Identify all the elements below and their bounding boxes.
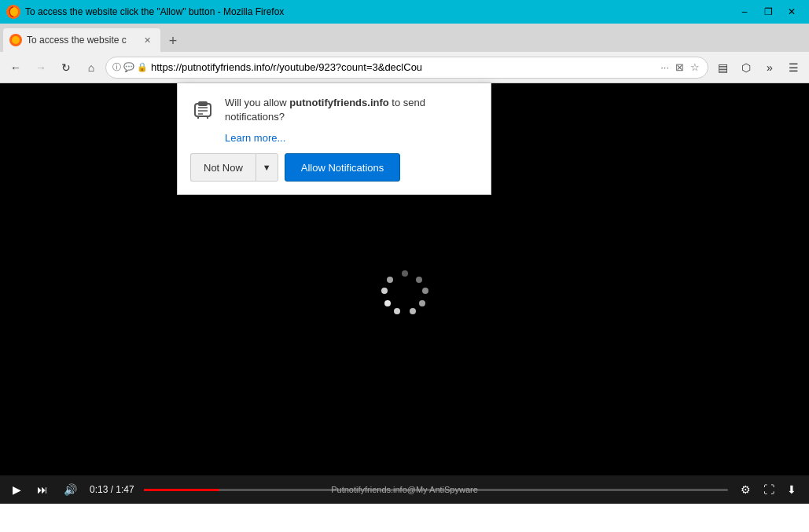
bookmark-button[interactable]: ☆	[689, 60, 701, 75]
spinner-dots	[381, 270, 428, 317]
content-area: Will you allow putnotifyfriends.info to …	[0, 83, 809, 504]
not-now-button[interactable]: Not Now	[190, 153, 256, 182]
tabbar: To access the website c ✕ +	[0, 24, 809, 52]
minimize-button[interactable]: –	[734, 3, 756, 20]
back-button[interactable]: ←	[5, 57, 27, 79]
navbar: ← → ↻ ⌂ ⓘ 💬 🔒 ··· ⊠ ☆ ▤ ⬡ » ☰	[0, 52, 809, 83]
video-play-button[interactable]: ▶	[9, 480, 24, 499]
active-tab[interactable]: To access the website c ✕	[3, 28, 160, 52]
popup-header: Will you allow putnotifyfriends.info to …	[190, 96, 478, 124]
titlebar-controls: – ❐ ✕	[734, 3, 803, 20]
tab-favicon-icon	[9, 34, 22, 46]
forward-button[interactable]: →	[30, 57, 52, 79]
refresh-button[interactable]: ↻	[55, 57, 77, 79]
notification-bell-icon	[190, 97, 215, 123]
more-options-button[interactable]: ···	[659, 60, 671, 75]
video-download-button[interactable]: ⬇	[784, 480, 800, 499]
svg-point-3	[12, 36, 20, 44]
url-input[interactable]	[151, 61, 656, 73]
titlebar-left: To access the website click the "Allow" …	[6, 5, 284, 19]
not-now-dropdown-button[interactable]: ▼	[256, 153, 278, 182]
pocket-button[interactable]: ⊠	[674, 60, 686, 75]
video-progress-fill	[144, 489, 220, 491]
address-bar[interactable]: ⓘ 💬 🔒 ··· ⊠ ☆	[105, 57, 708, 79]
address-security-icons: ⓘ 💬 🔒	[112, 61, 148, 73]
video-settings-button[interactable]: ⚙	[737, 480, 754, 499]
not-now-button-group: Not Now ▼	[190, 153, 278, 182]
video-right-controls: ⚙ ⛶ ⬇	[737, 480, 800, 499]
popup-prefix: Will you allow	[225, 97, 289, 108]
video-watermark: Putnotifyfriends.info@My AntiSpyware	[331, 475, 478, 504]
close-button[interactable]: ✕	[781, 3, 803, 20]
loading-spinner	[381, 270, 428, 317]
learn-more-link[interactable]: Learn more...	[225, 132, 478, 144]
titlebar: To access the website click the "Allow" …	[0, 0, 809, 24]
sidebar-button[interactable]: ▤	[712, 57, 734, 79]
notification-icon: 💬	[123, 62, 134, 72]
reader-button[interactable]: ⬡	[735, 57, 757, 79]
allow-notifications-button[interactable]: Allow Notifications	[285, 153, 401, 182]
navbar-right-buttons: ▤ ⬡ » ☰	[712, 57, 804, 79]
firefox-logo-icon	[6, 5, 20, 19]
tab-close-button[interactable]: ✕	[140, 33, 154, 47]
maximize-button[interactable]: ❐	[757, 3, 779, 20]
video-controls: ▶ ⏭ 🔊 0:13 / 1:47 Putnotifyfriends.info@…	[0, 475, 809, 504]
tab-label: To access the website c	[27, 35, 135, 46]
video-fullscreen-button[interactable]: ⛶	[760, 480, 778, 499]
home-button[interactable]: ⌂	[80, 57, 102, 79]
new-tab-button[interactable]: +	[162, 30, 184, 52]
popup-site-name: putnotifyfriends.info	[289, 97, 388, 108]
notification-popup: Will you allow putnotifyfriends.info to …	[177, 83, 491, 195]
secure-icon: 🔒	[137, 62, 148, 72]
popup-question-text: Will you allow putnotifyfriends.info to …	[225, 96, 478, 124]
video-volume-button[interactable]: 🔊	[61, 480, 80, 499]
titlebar-title: To access the website click the "Allow" …	[25, 6, 284, 17]
video-skip-button[interactable]: ⏭	[34, 480, 51, 499]
overflow-button[interactable]: »	[759, 57, 781, 79]
info-icon: ⓘ	[112, 61, 121, 73]
address-right-icons: ··· ⊠ ☆	[659, 60, 701, 75]
menu-button[interactable]: ☰	[782, 57, 804, 79]
video-time: 0:13 / 1:47	[90, 484, 134, 495]
popup-buttons: Not Now ▼ Allow Notifications	[190, 153, 478, 182]
